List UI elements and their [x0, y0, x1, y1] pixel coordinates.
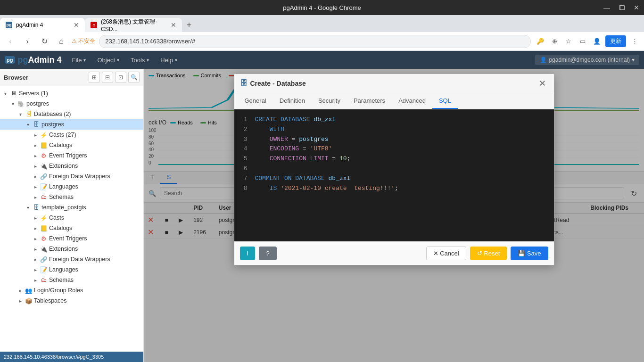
- tree-item-tp-extensions[interactable]: ▸ 🔌 Extensions: [0, 244, 143, 254]
- key-icon[interactable]: 🔑: [535, 36, 546, 47]
- tree-item-extensions[interactable]: ▸ 🔌 Extensions: [0, 161, 143, 171]
- login-roles-toggle[interactable]: ▸: [17, 287, 24, 294]
- modal-tab-sql[interactable]: SQL: [432, 93, 458, 109]
- event-triggers-toggle[interactable]: ▸: [32, 152, 39, 159]
- extensions-icon: 🔌: [40, 162, 48, 170]
- fdw-toggle[interactable]: ▸: [32, 173, 39, 180]
- modal-tab-general[interactable]: General: [238, 93, 273, 109]
- cancel-btn[interactable]: ✕ Cancel: [426, 247, 466, 260]
- update-btn[interactable]: 更新: [605, 35, 626, 47]
- tp-extensions-toggle[interactable]: ▸: [32, 246, 39, 252]
- line-num-7: 7: [240, 174, 248, 184]
- tree-item-event-triggers[interactable]: ▸ ⚙ Event Triggers: [0, 150, 143, 161]
- help-btn[interactable]: ?: [259, 247, 276, 260]
- modal-overlay: 🗄 Create - Database ✕ General Definition…: [144, 69, 644, 362]
- tp-languages-toggle[interactable]: ▸: [32, 266, 39, 273]
- tree-item-languages[interactable]: ▸ 📝 Languages: [0, 181, 143, 192]
- line-num-8: 8: [240, 184, 248, 194]
- tree-item-tp-languages[interactable]: ▸ 📝 Languages: [0, 264, 143, 275]
- bookmark-icon[interactable]: ☆: [563, 36, 574, 47]
- info-btn[interactable]: i: [240, 247, 256, 260]
- tp-event-triggers-toggle[interactable]: ▸: [32, 235, 39, 242]
- reset-btn[interactable]: ↺ Reset: [470, 247, 507, 260]
- menu-tools[interactable]: Tools ▾: [125, 54, 155, 66]
- tree-item-tp-event-triggers[interactable]: ▸ ⚙ Event Triggers: [0, 233, 143, 244]
- modal-tab-definition[interactable]: Definition: [273, 93, 312, 109]
- tree-item-postgres-db[interactable]: ▾ 🗄 postgres: [0, 119, 143, 130]
- close-btn[interactable]: ✕: [634, 4, 639, 11]
- sidebar-list-btn[interactable]: ⊟: [102, 72, 113, 83]
- casts-toggle[interactable]: ▸: [32, 132, 39, 138]
- tree-item-servers[interactable]: ▾ 🖥 Servers (1): [0, 88, 143, 99]
- user-badge[interactable]: 👤 pgadmin@dmgeo.com (internal) ▾: [535, 55, 639, 65]
- tp-casts-toggle[interactable]: ▸: [32, 214, 39, 221]
- back-btn[interactable]: ‹: [4, 35, 17, 48]
- tp-catalogs-toggle[interactable]: ▸: [32, 225, 39, 231]
- tab-pgadmin[interactable]: pg pgAdmin 4 ✕: [0, 18, 85, 32]
- tab-label-csdn: (268条消息) 文章管理-CSD...: [101, 18, 167, 33]
- cast-icon[interactable]: ▭: [577, 36, 588, 47]
- tree-item-tp-schemas[interactable]: ▸ 🗂 Schemas: [0, 275, 143, 285]
- tablespaces-toggle[interactable]: ▸: [17, 297, 24, 304]
- menu-help[interactable]: Help ▾: [155, 54, 183, 66]
- address-input[interactable]: [99, 35, 531, 48]
- line-content-3: OWNER = postgres: [255, 135, 548, 145]
- pg-server-toggle[interactable]: ▾: [9, 100, 16, 107]
- modal-footer: i ? ✕ Cancel ↺ Reset 💾 Save: [234, 241, 554, 265]
- tab-close-csdn[interactable]: ✕: [171, 21, 176, 29]
- window-controls[interactable]: — ⧠ ✕: [603, 4, 639, 11]
- line-num-4: 4: [240, 144, 248, 154]
- tree-item-tp-fdw[interactable]: ▸ 🔗 Foreign Data Wrappers: [0, 254, 143, 264]
- sidebar-toolbar: ⊞ ⊟ ⊡ 🔍: [89, 72, 140, 83]
- sidebar-grid-btn[interactable]: ⊞: [89, 72, 100, 83]
- minimize-btn[interactable]: —: [603, 4, 610, 11]
- tree-item-tp-casts[interactable]: ▸ ⚡ Casts: [0, 213, 143, 223]
- modal-tabs: General Definition Security Parameters A…: [234, 93, 554, 109]
- tp-fdw-toggle[interactable]: ▸: [32, 256, 39, 263]
- tree-item-login-roles[interactable]: ▸ 👥 Login/Group Roles: [0, 285, 143, 296]
- tp-catalogs-label: Catalogs: [49, 225, 141, 231]
- tree-item-pg-server[interactable]: ▾ 🐘 postgres: [0, 99, 143, 109]
- tree-item-catalogs[interactable]: ▸ 📒 Catalogs: [0, 140, 143, 150]
- tree-item-databases[interactable]: ▾ 🗄 Databases (2): [0, 109, 143, 119]
- menu-object[interactable]: Object ▾: [91, 54, 125, 66]
- modal-tab-parameters[interactable]: Parameters: [347, 93, 392, 109]
- translate-icon[interactable]: ⊕: [549, 36, 560, 47]
- tree-item-fdw[interactable]: ▸ 🔗 Foreign Data Wrappers: [0, 171, 143, 181]
- menu-file[interactable]: File ▾: [66, 54, 91, 66]
- tree-item-tablespaces[interactable]: ▸ 📦 Tablespaces: [0, 296, 143, 306]
- tree-item-tp-catalogs[interactable]: ▸ 📒 Catalogs: [0, 223, 143, 233]
- servers-toggle[interactable]: ▾: [2, 90, 8, 97]
- modal-tab-security[interactable]: Security: [312, 93, 347, 109]
- catalogs-toggle[interactable]: ▸: [32, 142, 39, 148]
- sql-editor[interactable]: 1 CREATE DATABASE db_zxl 2 WITH 3 OWNER …: [234, 109, 554, 241]
- refresh-btn[interactable]: ↻: [38, 35, 51, 48]
- new-tab-btn[interactable]: +: [182, 18, 196, 32]
- tree-item-casts[interactable]: ▸ ⚡ Casts (27): [0, 130, 143, 140]
- tree-item-template-postgis[interactable]: ▾ 🗄 template_postgis: [0, 202, 143, 213]
- tree-item-schemas[interactable]: ▸ 🗂 Schemas: [0, 192, 143, 202]
- extensions-toggle[interactable]: ▸: [32, 163, 39, 169]
- sql-line-6: 6: [240, 164, 548, 174]
- template-postgis-toggle[interactable]: ▾: [25, 204, 31, 211]
- forward-btn[interactable]: ›: [21, 35, 34, 48]
- line-num-1: 1: [240, 115, 248, 125]
- tab-close-pg[interactable]: ✕: [74, 21, 79, 29]
- databases-toggle[interactable]: ▾: [17, 111, 24, 117]
- maximize-btn[interactable]: ⧠: [619, 4, 625, 11]
- profile-icon[interactable]: 👤: [591, 36, 603, 47]
- languages-toggle[interactable]: ▸: [32, 183, 39, 190]
- postgres-db-toggle[interactable]: ▾: [25, 121, 31, 128]
- save-btn[interactable]: 💾 Save: [511, 247, 548, 260]
- modal-close-btn[interactable]: ✕: [537, 78, 548, 89]
- sidebar-header: Browser ⊞ ⊟ ⊡ 🔍: [0, 69, 143, 86]
- tp-schemas-toggle[interactable]: ▸: [32, 277, 39, 283]
- sidebar-search-btn[interactable]: 🔍: [128, 72, 140, 83]
- schemas-toggle[interactable]: ▸: [32, 194, 39, 200]
- menu-icon[interactable]: ⋮: [629, 36, 640, 47]
- home-btn[interactable]: ⌂: [55, 35, 68, 48]
- languages-icon: 📝: [40, 183, 48, 190]
- sidebar-tree-btn[interactable]: ⊡: [115, 72, 126, 83]
- tab-csdn[interactable]: C (268条消息) 文章管理-CSD... ✕: [85, 18, 182, 32]
- modal-tab-advanced[interactable]: Advanced: [392, 93, 432, 109]
